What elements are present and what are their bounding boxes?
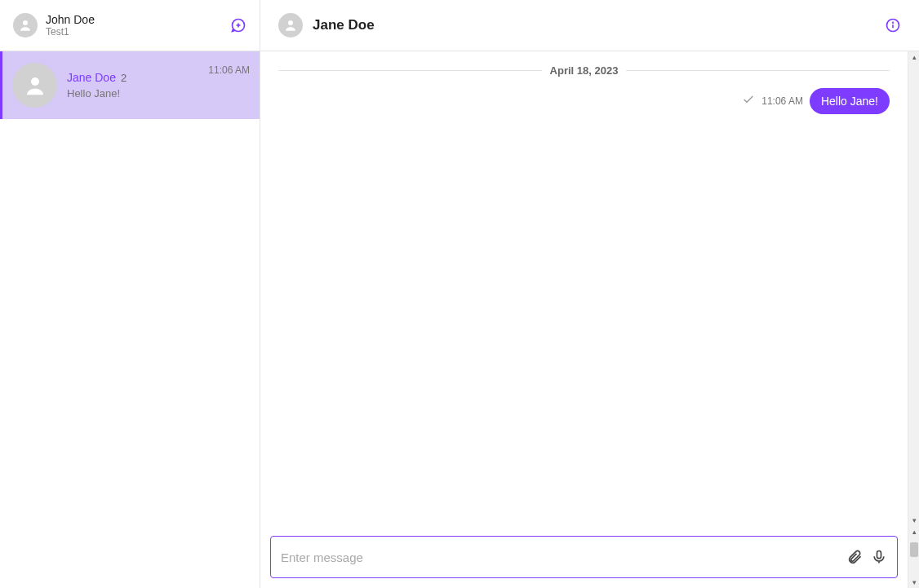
person-icon xyxy=(18,18,33,33)
composer-scrollbar[interactable]: ▴ ▾ xyxy=(908,526,919,588)
date-divider-label: April 18, 2023 xyxy=(542,64,627,77)
user-avatar[interactable] xyxy=(13,13,38,38)
svg-rect-7 xyxy=(877,551,881,559)
paperclip-icon xyxy=(846,549,863,565)
chat-title: Jane Doe xyxy=(313,17,885,33)
conversation-time: 11:06 AM xyxy=(208,64,250,76)
composer xyxy=(260,526,908,588)
scrollbar-thumb[interactable] xyxy=(910,542,918,557)
conversation-name: Jane Doe xyxy=(67,71,116,84)
message-row: 11:06 AM Hello Jane! xyxy=(278,88,890,114)
chat-pane: Jane Doe April 18, 2023 11:06 AM Hello J… xyxy=(260,0,919,588)
date-divider: April 18, 2023 xyxy=(278,64,890,77)
sidebar-user-name: John Doe xyxy=(46,13,230,26)
svg-point-6 xyxy=(893,22,894,23)
sidebar-user-info: John Doe Test1 xyxy=(46,13,230,38)
chat-header: Jane Doe xyxy=(260,0,919,51)
message-bubble[interactable]: Hello Jane! xyxy=(810,88,890,114)
svg-point-2 xyxy=(31,77,39,86)
info-icon xyxy=(885,17,901,33)
scroll-up-arrow[interactable]: ▴ xyxy=(908,526,919,537)
person-icon xyxy=(23,73,47,98)
sidebar-org-name: Test1 xyxy=(46,26,230,38)
attach-button[interactable] xyxy=(846,549,863,565)
message-time: 11:06 AM xyxy=(761,95,803,107)
scroll-up-arrow[interactable]: ▴ xyxy=(908,51,919,63)
conversation-preview: Hello Jane! xyxy=(67,87,208,99)
conversation-unread-count: 2 xyxy=(121,72,127,84)
conversation-avatar xyxy=(12,63,57,108)
info-button[interactable] xyxy=(885,17,901,33)
conversation-list[interactable]: Jane Doe 2 Hello Jane! 11:06 AM xyxy=(0,51,260,588)
conversation-item[interactable]: Jane Doe 2 Hello Jane! 11:06 AM xyxy=(0,51,260,119)
conversation-body: Jane Doe 2 Hello Jane! xyxy=(67,71,208,99)
composer-box[interactable] xyxy=(270,536,898,578)
new-chat-button[interactable] xyxy=(230,17,246,33)
mic-button[interactable] xyxy=(871,549,887,565)
scroll-down-arrow[interactable]: ▾ xyxy=(908,515,919,526)
chat-avatar[interactable] xyxy=(278,13,303,38)
message-input[interactable] xyxy=(281,550,838,564)
messages-area[interactable]: April 18, 2023 11:06 AM Hello Jane! xyxy=(260,51,908,526)
scroll-down-arrow[interactable]: ▾ xyxy=(908,577,919,588)
svg-point-0 xyxy=(23,20,28,25)
new-chat-icon xyxy=(230,17,246,33)
person-icon xyxy=(283,18,298,33)
sidebar: John Doe Test1 Jane Doe 2 Hello Jane! xyxy=(0,0,260,588)
read-receipt-icon xyxy=(742,93,755,109)
sidebar-header: John Doe Test1 xyxy=(0,0,260,51)
mic-icon xyxy=(871,549,887,565)
messages-scrollbar[interactable]: ▴ ▾ xyxy=(908,51,919,526)
svg-point-3 xyxy=(288,20,293,25)
